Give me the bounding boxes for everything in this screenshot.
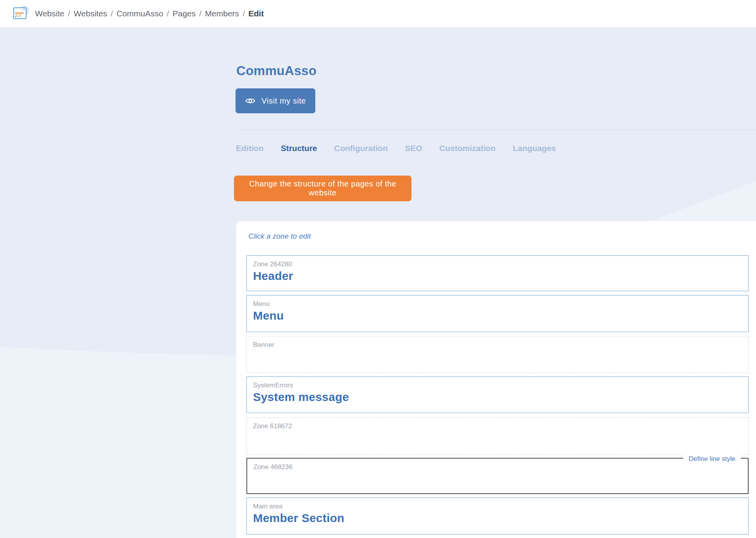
visit-site-button-label: Visit my site [262, 97, 306, 105]
zone-list: Zone 264280 Header Menu Menu Banner Syst… [246, 221, 749, 538]
breadcrumb-separator: / [199, 9, 202, 18]
breadcrumb-item-edit: Edit [248, 9, 264, 18]
zone-item-banner[interactable]: Banner [246, 336, 749, 373]
breadcrumb-item-pages[interactable]: Pages [172, 9, 196, 18]
zone-label: Zone 618672 [253, 422, 748, 430]
zone-item-menu[interactable]: Menu Menu [246, 295, 749, 332]
breadcrumb-separator: / [167, 9, 169, 18]
zone-item-main-area[interactable]: Main area Member Section [246, 498, 749, 534]
breadcrumb-item-commuasso[interactable]: CommuAsso [116, 9, 163, 18]
zone-item-systemerrors[interactable]: SystemErrors System message [246, 376, 749, 413]
tab-customization[interactable]: Customization [440, 144, 496, 153]
breadcrumb-separator: / [111, 9, 113, 18]
zone-label: Menu [253, 300, 748, 308]
zone-label: SystemErrors [253, 382, 748, 389]
zone-title: System message [253, 390, 748, 404]
topbar: www Website/Websites/CommuAsso/Pages/Mem… [0, 0, 756, 27]
tab-structure[interactable]: Structure [281, 144, 317, 153]
breadcrumb: Website/Websites/CommuAsso/Pages/Members… [35, 9, 264, 18]
zone-title: Menu [253, 309, 748, 322]
breadcrumb-item-members[interactable]: Members [205, 9, 239, 18]
tab-edition[interactable]: Edition [236, 144, 264, 153]
breadcrumb-item-website[interactable]: Website [35, 9, 64, 18]
zone-title: Member Section [253, 512, 748, 525]
zone-label: Banner [253, 341, 748, 349]
structure-card: Click a zone to edit Zone 264280 Header … [236, 221, 756, 538]
tab-seo[interactable]: SEO [405, 144, 422, 153]
page-title: CommuAsso [236, 63, 316, 78]
svg-text:www: www [15, 11, 24, 15]
breadcrumb-item-websites[interactable]: Websites [74, 9, 107, 18]
zone-label: Zone 468236 [253, 463, 748, 471]
define-line-style-link[interactable]: Define line style [683, 454, 741, 464]
tab-languages[interactable]: Languages [513, 144, 556, 153]
tab-bar: EditionStructureConfigurationSEOCustomiz… [236, 144, 556, 153]
tabs-divider [236, 130, 756, 130]
breadcrumb-separator: / [243, 9, 245, 18]
zone-title: Header [253, 269, 748, 283]
tab-configuration[interactable]: Configuration [334, 144, 388, 153]
zone-label: Zone 264280 [253, 260, 748, 268]
breadcrumb-separator: / [68, 9, 70, 18]
eye-icon [245, 95, 256, 106]
zone-label: Main area [253, 503, 748, 510]
zone-item-zone-264280[interactable]: Zone 264280 Header [246, 255, 749, 291]
zone-item-zone-618672[interactable]: Zone 618672 [246, 417, 749, 455]
zone-item-zone-468236[interactable]: Define line style Zone 468236 [246, 458, 749, 494]
visit-site-button[interactable]: Visit my site [236, 88, 315, 113]
change-structure-button[interactable]: Change the structure of the pages of the… [234, 176, 411, 201]
website-browser-icon: www [12, 5, 30, 23]
